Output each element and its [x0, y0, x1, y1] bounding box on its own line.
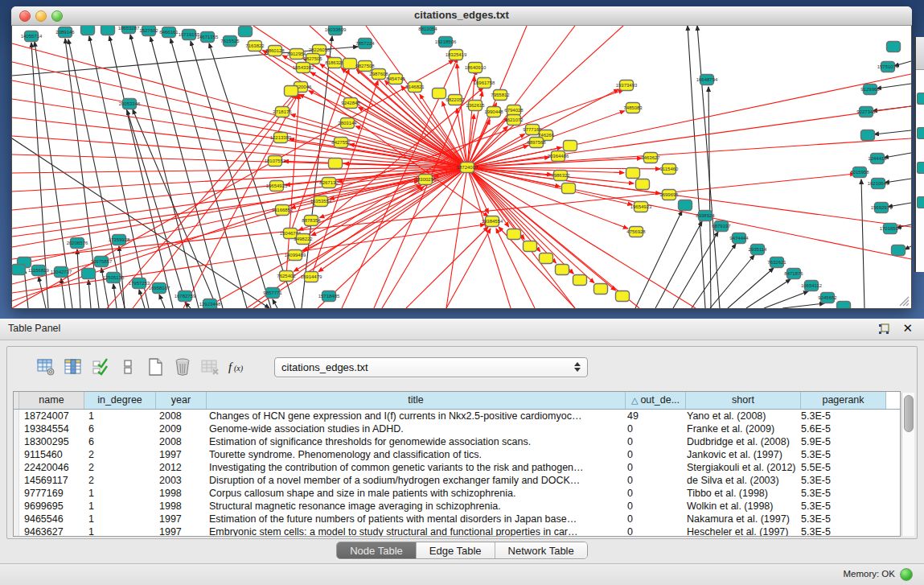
network-node-yellow[interactable]: 8860128 [265, 46, 285, 56]
network-node-yellow[interactable]: 3498222 [294, 234, 313, 245]
network-node-teal[interactable] [82, 269, 96, 279]
network-node-yellow[interactable] [507, 229, 521, 240]
table-cell[interactable]: 1998 [154, 500, 204, 513]
table-cell[interactable]: 2 [84, 461, 154, 474]
network-node-teal[interactable]: 16648794 [696, 75, 718, 85]
network-node-yellow[interactable]: 6794028 [504, 105, 524, 116]
network-node-teal[interactable]: 10654112 [801, 281, 823, 291]
network-node-teal[interactable] [679, 200, 692, 211]
row-union-icon[interactable] [117, 356, 139, 378]
table-row[interactable]: 969969511998Structural magnetic resonanc… [14, 500, 900, 513]
table-cell[interactable]: Estimation of the future numbers of pati… [204, 513, 622, 525]
column-header-in_degree[interactable]: in_degree [84, 392, 156, 409]
table-cell[interactable]: 5.3E-5 [796, 525, 881, 536]
table-cell[interactable]: 9463627 [19, 525, 84, 536]
table-cell[interactable]: 0 [622, 500, 682, 513]
column-header-short[interactable]: short [686, 392, 801, 409]
table-cell[interactable]: Dudbridge et al. (2008) [682, 435, 796, 448]
table-cell[interactable]: 14569117 [19, 474, 84, 487]
network-node-teal[interactable]: 19218506 [435, 37, 457, 47]
table-cell[interactable]: 5.3E-5 [796, 448, 881, 461]
network-node-teal[interactable]: 1244419 [868, 154, 887, 164]
function-builder-icon[interactable]: f (x) [226, 356, 248, 378]
network-node-teal[interactable]: 2089146 [55, 27, 75, 38]
network-node-yellow[interactable]: 6897568 [527, 138, 546, 148]
table-cell[interactable]: Structural magnetic resonance image aver… [204, 500, 622, 513]
network-node-yellow[interactable] [556, 265, 569, 275]
network-node-teal[interactable]: 9474444 [729, 233, 749, 244]
table-row[interactable]: 1830029562008Estimation of significance … [14, 435, 900, 448]
scrollbar-thumb[interactable] [904, 395, 914, 432]
table-cell[interactable]: 0 [622, 487, 682, 500]
memory-status-light[interactable] [900, 568, 913, 581]
table-cell[interactable]: Corpus callosum shape and size in male p… [204, 487, 622, 500]
table-cell[interactable]: 9465546 [19, 513, 84, 525]
network-node-yellow[interactable]: 20364486 [548, 151, 569, 162]
network-node-teal[interactable]: 15751074 [877, 62, 899, 72]
network-node-teal[interactable] [861, 130, 875, 141]
column-header-year[interactable]: year [156, 392, 207, 409]
table-cell[interactable]: Stergiakouli et al. (2012) [682, 461, 796, 474]
network-node-yellow[interactable] [540, 253, 553, 264]
network-node-teal[interactable] [101, 26, 115, 35]
network-node-yellow[interactable]: 8878354 [302, 216, 321, 226]
table-row[interactable]: 1456911722003Disruption of a novel membe… [14, 474, 900, 487]
network-node-yellow[interactable]: 9242848 [341, 98, 360, 109]
network-node-yellow[interactable]: 19166852 [272, 205, 294, 216]
table-cell[interactable]: Disruption of a novel member of a sodium… [204, 474, 622, 487]
network-node-teal[interactable]: 15692971 [871, 203, 893, 213]
network-node-yellow[interactable]: 4756928 [626, 227, 646, 237]
network-node-yellow[interactable] [343, 59, 357, 69]
table-cell[interactable]: 2008 [154, 410, 204, 422]
network-node-teal[interactable] [837, 302, 851, 309]
network-node-yellow[interactable]: 8186328 [325, 58, 344, 68]
network-node-yellow[interactable] [524, 241, 537, 252]
table-row[interactable]: 2242004622012Investigating the contribut… [14, 461, 900, 474]
network-node-yellow[interactable] [626, 168, 640, 179]
table-scrollbar[interactable] [901, 393, 914, 536]
table-cell[interactable]: 0 [622, 448, 682, 461]
network-node-yellow[interactable]: 18325419 [446, 50, 467, 60]
column-header-name[interactable]: name [19, 392, 84, 409]
table-cell[interactable]: 2 [84, 474, 154, 487]
table-cell[interactable]: Yano et al. (2008) [682, 410, 796, 422]
network-node-teal[interactable]: 8471876 [784, 269, 803, 279]
network-node-teal[interactable]: 14671355 [197, 32, 219, 43]
table-cell[interactable]: Tourette syndrome. Phenomenology and cla… [204, 448, 622, 461]
table-selector-dropdown[interactable]: citations_edges.txt [274, 357, 588, 377]
network-node-teal[interactable]: 16782759 [175, 291, 196, 302]
network-node-yellow[interactable]: 1362615 [466, 101, 485, 111]
table-cell[interactable]: 1 [84, 410, 154, 422]
network-node-teal[interactable] [892, 245, 906, 256]
network-node-teal[interactable]: 20206576 [67, 238, 88, 249]
network-node-yellow[interactable]: 1621072 [504, 115, 524, 126]
network-node-yellow[interactable]: 9115460 [660, 164, 680, 175]
network-node-yellow[interactable]: 2803144 [338, 118, 357, 129]
network-node-teal[interactable]: 9227343 [856, 107, 876, 117]
network-node-teal[interactable]: 20053346 [119, 99, 141, 109]
column-header-out_de[interactable]: △out_de... [626, 392, 686, 409]
network-node-teal[interactable]: 7857224 [355, 39, 375, 49]
table-cell[interactable]: 2008 [154, 435, 204, 448]
table-cell[interactable]: 2003 [154, 474, 204, 487]
network-node-yellow[interactable]: 9699695 [659, 190, 679, 200]
network-node-teal[interactable]: 9857771 [263, 288, 282, 299]
network-node-teal[interactable]: 15718485 [318, 291, 340, 302]
close-panel-icon[interactable]: ✕ [902, 321, 913, 336]
network-node-yellow[interactable]: 8427552 [331, 138, 351, 148]
table-cell[interactable]: de Silva et al. (2003) [682, 474, 796, 487]
new-table-icon[interactable] [144, 356, 166, 378]
table-cell[interactable]: Franke et al. (2009) [682, 422, 796, 435]
table-cell[interactable]: 1 [84, 487, 154, 500]
table-cell[interactable]: 1 [84, 500, 154, 513]
table-cell[interactable]: 9777169 [19, 487, 84, 500]
network-node-teal[interactable] [81, 26, 95, 35]
network-node-yellow[interactable]: 9146821 [405, 82, 425, 93]
table-cell[interactable]: Genome-wide association studies in ADHD. [204, 422, 622, 435]
network-node-yellow[interactable]: 7163822 [245, 41, 265, 51]
table-cell[interactable]: 0 [622, 474, 682, 487]
table-cell[interactable]: 2 [84, 448, 154, 461]
table-cell[interactable]: 1998 [154, 487, 204, 500]
network-node-teal[interactable]: 12923448 [199, 299, 221, 309]
table-cell[interactable]: 5.3E-5 [796, 487, 881, 500]
